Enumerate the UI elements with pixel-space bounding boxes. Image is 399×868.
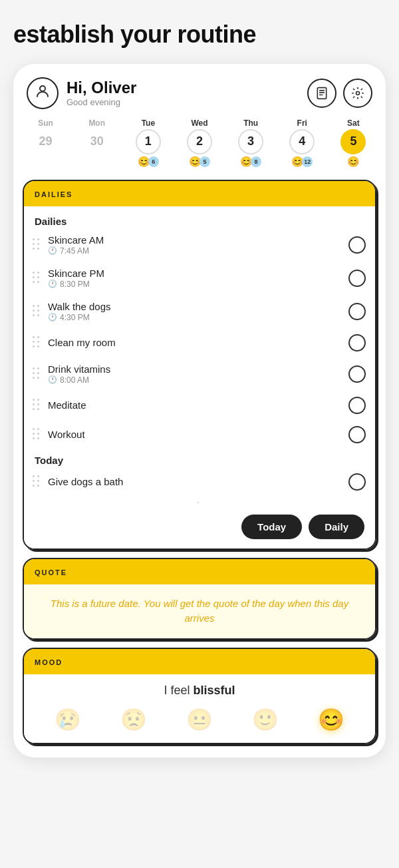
- dailies-title: DAILIES: [35, 190, 72, 198]
- task-name: Drink vitamins: [48, 363, 343, 375]
- group-label-dailies: Dailies: [24, 210, 375, 228]
- clock-icon: 🕐: [48, 375, 57, 384]
- cal-day-wed[interactable]: Wed 2 😊 5: [174, 118, 225, 168]
- greeting-name: Hi, Oliver: [66, 79, 136, 97]
- mood-statement: I feel blissful: [35, 684, 364, 698]
- task-name: Walk the dogs: [48, 301, 343, 312]
- task-name: Meditate: [48, 399, 343, 411]
- mood-emoji-happy[interactable]: 😊: [318, 707, 344, 732]
- quote-title: QUOTE: [35, 568, 67, 576]
- person-icon: [35, 83, 51, 103]
- task-drink-vitamins: Drink vitamins 🕐8:00 AM: [24, 357, 375, 391]
- header-greeting: Hi, Oliver Good evening: [66, 79, 136, 107]
- task-time: 🕐8:30 PM: [48, 280, 343, 289]
- clock-icon: 🕐: [48, 313, 57, 322]
- drag-handle[interactable]: [31, 366, 43, 381]
- cal-day-mon[interactable]: Mon 30: [71, 118, 122, 154]
- task-give-dogs-bath: Give dogs a bath: [24, 467, 375, 497]
- badge-thu: 8: [251, 156, 261, 167]
- mood-emoji-row: 😢 😟 😐 🙂 😊: [35, 707, 364, 732]
- cal-day-thu[interactable]: Thu 3 😊 8: [225, 118, 277, 168]
- task-checkbox[interactable]: [348, 397, 366, 414]
- task-time: 🕐4:30 PM: [48, 313, 343, 322]
- mood-section: MOOD I feel blissful 😢 😟 😐 🙂 😊: [23, 648, 376, 744]
- group-label-today: Today: [24, 449, 375, 467]
- task-name: Give dogs a bath: [48, 476, 343, 487]
- phone-wrapper: establish your routine Hi, Oliver Good e…: [0, 0, 399, 868]
- drag-handle[interactable]: [31, 335, 43, 350]
- task-checkbox[interactable]: [348, 303, 366, 320]
- task-name: Skincare AM: [48, 234, 343, 246]
- task-clean-room: Clean my room: [24, 328, 375, 357]
- emoji-sat: 😊: [347, 156, 360, 168]
- doc-button[interactable]: [307, 79, 336, 108]
- mood-title: MOOD: [35, 658, 63, 666]
- clock-icon: 🕐: [48, 280, 57, 288]
- app-header: Hi, Oliver Good evening: [13, 64, 386, 109]
- dailies-header: DAILIES: [24, 181, 375, 206]
- task-meditate: Meditate: [24, 391, 375, 420]
- drag-handle[interactable]: [31, 270, 43, 286]
- task-checkbox[interactable]: [348, 426, 366, 443]
- bottom-buttons: Today Daily: [24, 505, 375, 542]
- quote-text: This is a future date. You will get the …: [37, 596, 362, 626]
- greeting-sub: Good evening: [66, 97, 136, 107]
- header-icons: [307, 79, 372, 108]
- calendar-strip: Sun 29 Mon 30 Tue 1 😊 6 Wed 2 😊 5: [13, 109, 386, 172]
- task-workout: Workout: [24, 420, 375, 449]
- quote-section: QUOTE This is a future date. You will ge…: [23, 558, 376, 640]
- task-checkbox[interactable]: [348, 365, 366, 383]
- drag-handle[interactable]: [31, 474, 43, 489]
- mood-emoji-crying[interactable]: 😢: [55, 707, 81, 732]
- task-checkbox[interactable]: [348, 270, 366, 287]
- header-left: Hi, Oliver Good evening: [27, 77, 136, 109]
- clock-icon: 🕐: [48, 246, 57, 255]
- svg-point-2: [356, 91, 360, 95]
- dailies-section: DAILIES Dailies Skincare AM: [23, 180, 376, 550]
- avatar[interactable]: [27, 77, 59, 109]
- mood-header: MOOD: [24, 649, 375, 674]
- task-checkbox[interactable]: [348, 236, 366, 254]
- task-skincare-am: Skincare AM 🕐7:45 AM: [24, 228, 375, 262]
- task-walk-dogs: Walk the dogs 🕐4:30 PM: [24, 295, 375, 328]
- page-headline: establish your routine: [13, 21, 386, 48]
- mood-emoji-sad[interactable]: 😟: [120, 707, 147, 732]
- task-time: 🕐7:45 AM: [48, 246, 343, 256]
- app-card: Hi, Oliver Good evening: [13, 64, 386, 758]
- drag-handle[interactable]: [31, 237, 43, 252]
- mood-feeling: blissful: [194, 684, 235, 697]
- quote-body: This is a future date. You will get the …: [24, 584, 375, 638]
- drag-handle[interactable]: [31, 397, 43, 413]
- cal-day-sat[interactable]: Sat 5 😊: [328, 118, 379, 168]
- drag-handle[interactable]: [31, 304, 43, 319]
- quote-header: QUOTE: [24, 559, 375, 584]
- settings-button[interactable]: [343, 79, 372, 108]
- task-name: Workout: [48, 429, 343, 440]
- task-name: Clean my room: [48, 337, 343, 348]
- cal-day-sun[interactable]: Sun 29: [20, 118, 71, 154]
- dailies-body: Dailies Skincare AM 🕐7:45 AM: [24, 206, 375, 548]
- mood-text-prefix: I feel: [164, 684, 193, 697]
- task-checkbox[interactable]: [348, 473, 366, 491]
- task-skincare-pm: Skincare PM 🕐8:30 PM: [24, 262, 375, 295]
- mood-emoji-slight-smile[interactable]: 🙂: [252, 707, 279, 732]
- badge-fri: 12: [302, 156, 313, 167]
- task-name: Skincare PM: [48, 268, 343, 279]
- mood-emoji-neutral[interactable]: 😐: [186, 707, 213, 732]
- task-time: 🕐8:00 AM: [48, 375, 343, 385]
- daily-button[interactable]: Daily: [309, 515, 364, 539]
- task-checkbox[interactable]: [348, 334, 366, 351]
- drag-handle[interactable]: [31, 427, 43, 442]
- badge-wed: 5: [200, 156, 210, 167]
- svg-point-0: [40, 86, 45, 91]
- mood-body: I feel blissful 😢 😟 😐 🙂 😊: [24, 674, 375, 743]
- scroll-indicator: •: [24, 497, 375, 505]
- today-button[interactable]: Today: [241, 515, 302, 539]
- cal-day-fri[interactable]: Fri 4 😊 12: [277, 118, 328, 168]
- badge-tue: 6: [148, 156, 159, 167]
- cal-day-tue[interactable]: Tue 1 😊 6: [122, 118, 174, 168]
